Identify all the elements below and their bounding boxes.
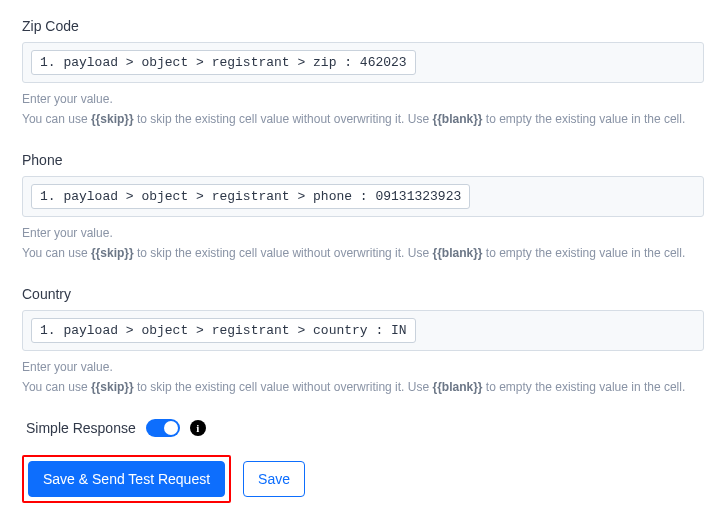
field-zip-code: Zip Code 1. payload > object > registran…: [22, 18, 704, 130]
field-label: Country: [22, 286, 704, 302]
toggle-label: Simple Response: [26, 420, 136, 436]
simple-response-row: Simple Response i: [26, 419, 704, 437]
mapping-input-country[interactable]: 1. payload > object > registrant > count…: [22, 310, 704, 351]
mapping-chip[interactable]: 1. payload > object > registrant > phone…: [31, 184, 470, 209]
mapping-input-phone[interactable]: 1. payload > object > registrant > phone…: [22, 176, 704, 217]
hint-text: Enter your value. You can use {{skip}} t…: [22, 89, 704, 130]
mapping-chip[interactable]: 1. payload > object > registrant > count…: [31, 318, 416, 343]
mapping-input-zip[interactable]: 1. payload > object > registrant > zip :…: [22, 42, 704, 83]
save-button[interactable]: Save: [243, 461, 305, 497]
simple-response-toggle[interactable]: [146, 419, 180, 437]
info-icon[interactable]: i: [190, 420, 206, 436]
field-phone: Phone 1. payload > object > registrant >…: [22, 152, 704, 264]
hint-text: Enter your value. You can use {{skip}} t…: [22, 223, 704, 264]
hint-text: Enter your value. You can use {{skip}} t…: [22, 357, 704, 398]
save-send-test-button[interactable]: Save & Send Test Request: [28, 461, 225, 497]
field-label: Phone: [22, 152, 704, 168]
field-country: Country 1. payload > object > registrant…: [22, 286, 704, 398]
button-row: Save & Send Test Request Save: [22, 455, 704, 503]
annotation-highlight: Save & Send Test Request: [22, 455, 231, 503]
field-label: Zip Code: [22, 18, 704, 34]
mapping-chip[interactable]: 1. payload > object > registrant > zip :…: [31, 50, 416, 75]
